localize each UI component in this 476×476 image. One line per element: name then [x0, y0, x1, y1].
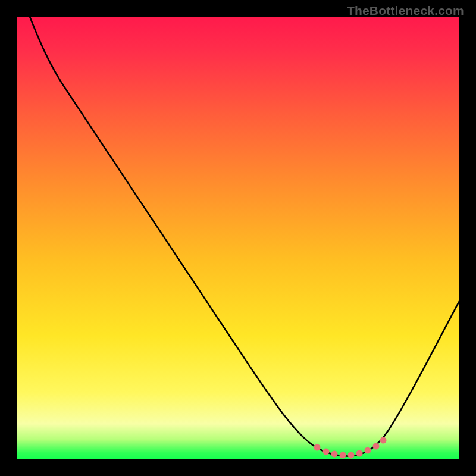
svg-point-6: [365, 447, 371, 454]
curve-path: [30, 17, 459, 456]
svg-point-2: [331, 451, 338, 458]
svg-point-8: [380, 437, 387, 444]
svg-point-5: [356, 450, 363, 457]
chart-container: TheBottleneck.com: [0, 0, 476, 476]
svg-point-0: [314, 444, 321, 451]
svg-point-4: [348, 452, 355, 459]
svg-point-1: [323, 449, 330, 455]
bottleneck-curve: [17, 17, 459, 459]
svg-point-3: [340, 452, 346, 459]
svg-point-7: [373, 443, 380, 450]
trough-dots: [314, 437, 387, 459]
plot-area: [17, 17, 459, 459]
watermark-text: TheBottleneck.com: [347, 4, 464, 18]
